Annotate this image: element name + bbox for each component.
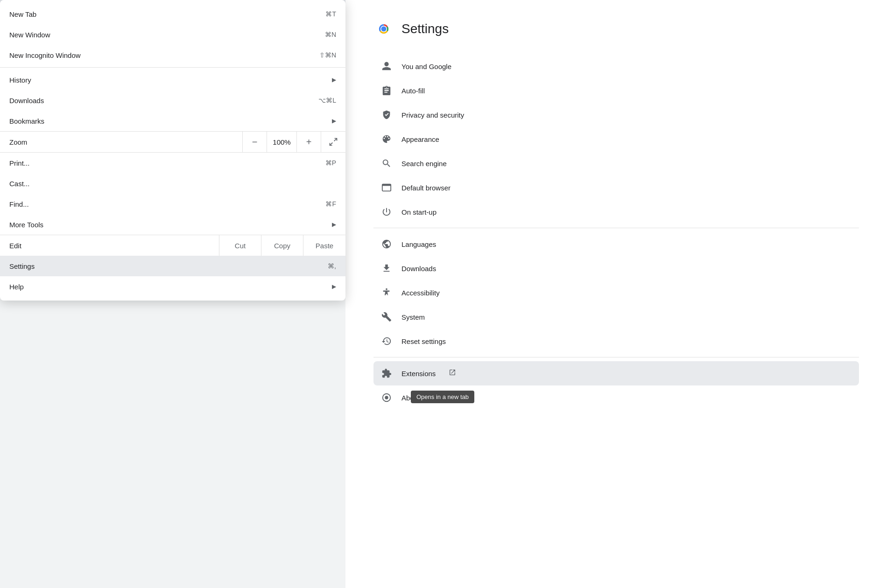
- person-icon: [381, 61, 392, 72]
- settings-nav-appearance[interactable]: Appearance: [373, 127, 859, 151]
- nav-label-privacy: Privacy and security: [401, 111, 464, 119]
- download-icon: [381, 263, 392, 274]
- settings-nav-default-browser[interactable]: Default browser: [373, 175, 859, 200]
- settings-nav-startup[interactable]: On start-up: [373, 200, 859, 224]
- svg-rect-12: [382, 184, 391, 186]
- nav-label-extensions: Extensions: [401, 370, 436, 378]
- menu-item-bookmarks[interactable]: Bookmarks ▶: [0, 111, 345, 131]
- svg-line-6: [330, 143, 333, 146]
- nav-label-autofill: Auto-fill: [401, 87, 425, 95]
- settings-divider-1: [373, 228, 859, 228]
- zoom-value: 100%: [267, 132, 297, 152]
- settings-nav-reset[interactable]: Reset settings: [373, 329, 859, 353]
- power-icon: [381, 206, 392, 217]
- settings-nav: You and Google Auto-fill Privacy and sec…: [373, 54, 859, 410]
- chrome-ring-icon: [381, 392, 392, 403]
- settings-header: Settings: [373, 19, 859, 39]
- edit-row: Edit Cut Copy Paste: [0, 235, 345, 256]
- zoom-label: Zoom: [0, 134, 242, 150]
- edit-label: Edit: [0, 238, 219, 253]
- settings-panel: Settings You and Google Auto-fill: [345, 0, 887, 588]
- shield-icon: [381, 109, 392, 120]
- search-icon: [381, 158, 392, 169]
- svg-point-15: [385, 396, 388, 399]
- nav-label-system: System: [401, 313, 425, 321]
- settings-title: Settings: [401, 21, 449, 36]
- history-icon: [381, 336, 392, 347]
- nav-label-appearance: Appearance: [401, 135, 439, 143]
- puzzle-icon: [381, 368, 392, 379]
- settings-nav-search[interactable]: Search engine: [373, 151, 859, 175]
- nav-label-reset: Reset settings: [401, 337, 446, 345]
- wrench-icon: [381, 311, 392, 322]
- clipboard-icon: [381, 85, 392, 96]
- palette-icon: [381, 133, 392, 145]
- menu-item-new-incognito[interactable]: New Incognito Window ⇧⌘N: [0, 45, 345, 65]
- menu-item-find[interactable]: Find... ⌘F: [0, 194, 345, 214]
- cut-button[interactable]: Cut: [219, 235, 261, 256]
- copy-button[interactable]: Copy: [261, 235, 303, 256]
- nav-label-you-google: You and Google: [401, 63, 451, 70]
- menu-item-cast[interactable]: Cast...: [0, 173, 345, 194]
- menu-item-new-window[interactable]: New Window ⌘N: [0, 24, 345, 45]
- menu-item-settings[interactable]: Settings ⌘,: [0, 256, 345, 276]
- nav-label-languages: Languages: [401, 240, 436, 248]
- divider-1: [0, 67, 345, 68]
- zoom-plus-button[interactable]: +: [297, 132, 321, 152]
- settings-nav-autofill[interactable]: Auto-fill: [373, 78, 859, 103]
- nav-label-about: About Chrome: [401, 394, 447, 402]
- nav-label-downloads: Downloads: [401, 265, 436, 273]
- chrome-logo-icon: [373, 19, 394, 39]
- zoom-fullscreen-button[interactable]: [321, 132, 345, 152]
- external-link-icon: [449, 369, 456, 378]
- settings-nav-you-google[interactable]: You and Google: [373, 54, 859, 78]
- edit-actions: Cut Copy Paste: [219, 235, 345, 256]
- svg-line-5: [334, 139, 337, 141]
- svg-point-13: [386, 288, 387, 290]
- browser-icon: [381, 182, 392, 193]
- menu-item-history[interactable]: History ▶: [0, 70, 345, 90]
- zoom-controls: − 100% +: [242, 132, 345, 152]
- nav-label-default-browser: Default browser: [401, 184, 451, 192]
- paste-button[interactable]: Paste: [303, 235, 345, 256]
- nav-label-search: Search engine: [401, 160, 447, 168]
- settings-divider-2: [373, 357, 859, 357]
- svg-point-10: [381, 27, 387, 32]
- zoom-minus-button[interactable]: −: [243, 132, 267, 152]
- menu-item-downloads[interactable]: Downloads ⌥⌘L: [0, 90, 345, 111]
- zoom-row: Zoom − 100% +: [0, 131, 345, 153]
- nav-label-accessibility: Accessibility: [401, 289, 440, 297]
- settings-nav-languages[interactable]: Languages: [373, 232, 859, 256]
- settings-nav-extensions[interactable]: Extensions Opens in a new tab: [373, 361, 859, 385]
- globe-icon: [381, 238, 392, 250]
- menu-item-help[interactable]: Help ▶: [0, 276, 345, 297]
- settings-nav-downloads[interactable]: Downloads: [373, 256, 859, 280]
- settings-nav-system[interactable]: System: [373, 305, 859, 329]
- settings-nav-privacy[interactable]: Privacy and security: [373, 103, 859, 127]
- settings-nav-accessibility[interactable]: Accessibility: [373, 280, 859, 305]
- context-menu: New Tab ⌘T New Window ⌘N New Incognito W…: [0, 0, 345, 301]
- menu-item-print[interactable]: Print... ⌘P: [0, 153, 345, 173]
- menu-item-new-tab[interactable]: New Tab ⌘T: [0, 4, 345, 24]
- accessibility-icon: [381, 287, 392, 298]
- nav-label-startup: On start-up: [401, 208, 436, 216]
- settings-nav-about[interactable]: About Chrome: [373, 385, 859, 410]
- menu-item-more-tools[interactable]: More Tools ▶: [0, 214, 345, 235]
